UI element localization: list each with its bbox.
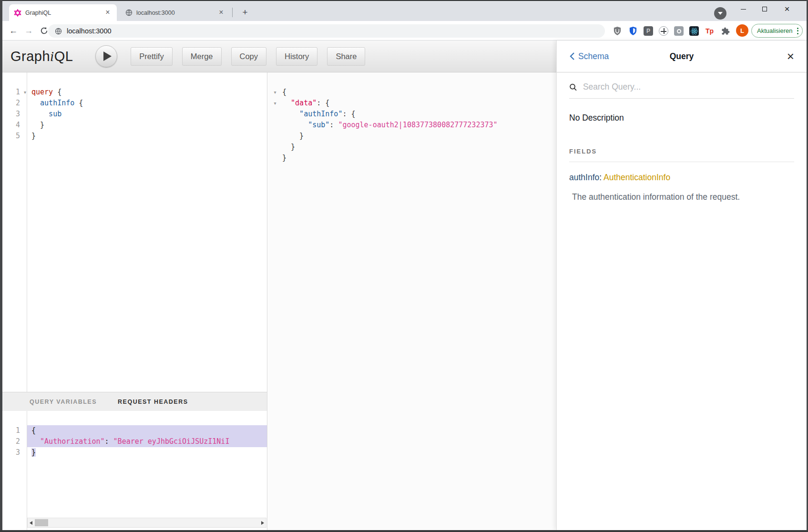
close-window-button[interactable]: × <box>780 4 794 14</box>
graphiql-favicon-icon <box>14 9 21 17</box>
doc-explorer: Schema Query × No Description FIELDS aut… <box>556 41 807 530</box>
tab-separator <box>232 8 233 17</box>
section-divider <box>569 162 794 162</box>
browser-window: GraphiQL × localhost:3000 × + × ← → loca… <box>0 0 808 532</box>
maximize-button[interactable] <box>757 4 772 14</box>
graphiql-app: GraphiQL Prettify Merge Copy History Sha… <box>2 41 807 530</box>
fold-gutter: ▾ ▾ <box>268 72 282 530</box>
tab-overflow-icon[interactable] <box>714 7 726 20</box>
query-code[interactable]: query { authInfo { sub } } <box>27 72 267 392</box>
scrollbar-thumb[interactable] <box>35 519 48 526</box>
fields-section-label: FIELDS <box>569 148 794 155</box>
merge-button[interactable]: Merge <box>182 47 222 66</box>
refresh-prompt-button[interactable]: Aktualisieren <box>751 24 803 38</box>
forward-icon[interactable]: → <box>22 24 35 37</box>
query-editor[interactable]: 1▾ 2 3 4 5 query { authInfo { sub } } <box>2 72 267 392</box>
ublock-shield-icon[interactable] <box>612 26 622 36</box>
bitwarden-shield-icon[interactable] <box>628 26 638 36</box>
url-text: localhost:3000 <box>67 27 112 35</box>
move-cross-icon[interactable] <box>659 26 668 36</box>
maximize-icon <box>762 7 767 11</box>
react-devtools-icon[interactable] <box>689 26 699 36</box>
chevron-left-icon <box>569 52 575 61</box>
search-icon <box>569 83 577 92</box>
extensions-puzzle-icon[interactable] <box>720 26 730 36</box>
doc-explorer-header: Schema Query × <box>557 41 807 72</box>
graphiql-logo: GraphiQL <box>10 49 73 64</box>
camera-icon[interactable] <box>674 26 684 36</box>
doc-back-link[interactable]: Schema <box>569 51 609 61</box>
tp-extension-icon[interactable]: Tp <box>705 26 715 36</box>
history-button[interactable]: History <box>276 47 317 66</box>
result-viewer[interactable]: ▾ ▾ { "data": { "authInfo": { "sub": "go… <box>268 72 556 530</box>
play-icon <box>103 51 112 61</box>
scroll-left-icon[interactable] <box>28 521 34 525</box>
headers-code[interactable]: { "Authorization": "Bearer eyJhbGciOiJSU… <box>27 411 267 530</box>
browser-toolbar: ← → localhost:3000 P Tp <box>2 21 807 41</box>
chevron-down-icon <box>718 12 723 15</box>
tab-strip: GraphiQL × localhost:3000 × + × <box>2 1 807 21</box>
field-row: authInfo: AuthenticationInfo <box>569 173 794 183</box>
copy-button[interactable]: Copy <box>231 47 267 66</box>
prettify-button[interactable]: Prettify <box>131 47 172 66</box>
tab-close-icon[interactable]: × <box>103 9 112 17</box>
minimize-button[interactable] <box>736 4 750 14</box>
back-icon[interactable]: ← <box>7 24 20 37</box>
fold-arrow-icon[interactable]: ▾ <box>268 87 282 98</box>
globe-icon <box>125 9 133 16</box>
p-extension-icon[interactable]: P <box>644 26 653 36</box>
window-edge <box>0 0 2 532</box>
scroll-right-icon[interactable] <box>259 521 266 525</box>
tab-graphiql[interactable]: GraphiQL × <box>9 4 117 21</box>
search-underline <box>569 98 794 99</box>
tab-close-icon[interactable]: × <box>217 9 225 17</box>
window-edge <box>0 530 808 532</box>
field-name-link[interactable]: authInfo <box>569 173 599 182</box>
result-pane: ▾ ▾ { "data": { "authInfo": { "sub": "go… <box>268 72 556 530</box>
new-tab-button[interactable]: + <box>239 6 251 19</box>
field-description: The authentication information of the re… <box>569 192 794 202</box>
tab-request-headers[interactable]: REQUEST HEADERS <box>118 399 188 405</box>
doc-explorer-body: No Description FIELDS authInfo: Authenti… <box>557 113 807 202</box>
secondary-editor-tabs: QUERY VARIABLES REQUEST HEADERS <box>2 392 267 411</box>
minimize-icon <box>741 9 746 10</box>
fold-arrow-icon[interactable]: ▾ <box>268 98 282 109</box>
window-edge <box>0 0 808 1</box>
tab-localhost[interactable]: localhost:3000 × <box>121 4 230 21</box>
result-json: { "data": { "authInfo": { "sub": "google… <box>282 72 556 530</box>
doc-search-input[interactable] <box>583 82 794 92</box>
doc-search-section <box>557 72 807 99</box>
share-button[interactable]: Share <box>327 47 365 66</box>
doc-close-icon[interactable]: × <box>787 51 794 61</box>
address-bar[interactable]: localhost:3000 <box>48 24 605 38</box>
type-description: No Description <box>569 113 794 123</box>
query-editor-pane: 1▾ 2 3 4 5 query { authInfo { sub } } <box>2 72 267 530</box>
field-type-link[interactable]: AuthenticationInfo <box>603 173 670 182</box>
tab-title: GraphiQL <box>25 10 103 16</box>
request-headers-editor[interactable]: 1 2 3 { "Authorization": "Bearer eyJhbGc… <box>2 411 267 530</box>
execute-button[interactable] <box>95 45 117 67</box>
tab-query-variables[interactable]: QUERY VARIABLES <box>30 399 97 405</box>
menu-dots-icon[interactable] <box>797 28 798 34</box>
refresh-label: Aktualisieren <box>757 27 792 34</box>
line-number-gutter: 1 2 3 <box>2 411 27 530</box>
globe-icon <box>55 28 62 35</box>
extensions-area: P Tp <box>612 24 730 38</box>
tab-title: localhost:3000 <box>136 10 217 16</box>
fold-arrow-icon[interactable]: ▾ <box>24 87 26 98</box>
profile-avatar[interactable]: L <box>736 24 748 37</box>
line-number-gutter: 1▾ 2 3 4 5 <box>2 72 27 392</box>
horizontal-scrollbar[interactable] <box>27 518 266 528</box>
